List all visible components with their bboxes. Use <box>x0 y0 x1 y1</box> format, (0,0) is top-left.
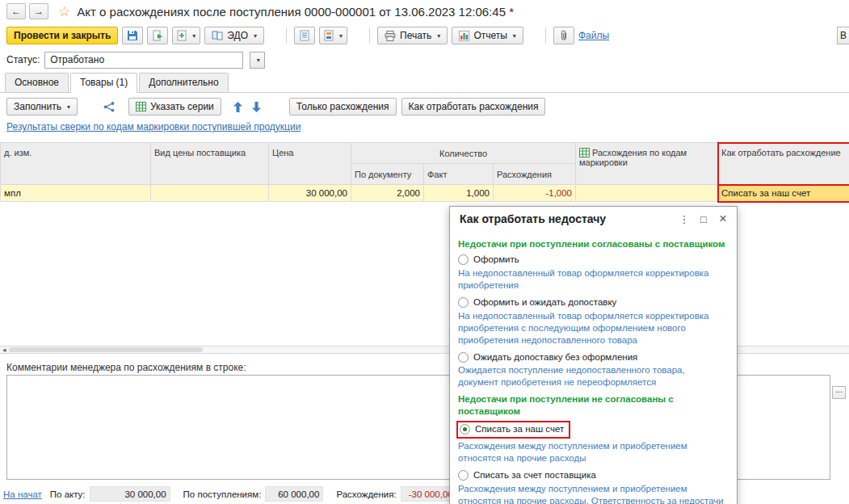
cell-discrepancy[interactable]: -1,000 <box>494 185 576 202</box>
floppy-icon <box>127 30 138 41</box>
document-plus-icon <box>177 30 187 41</box>
arrow-up-icon <box>233 102 242 112</box>
radio-option-write-off-supplier-expense[interactable]: Списать за счет поставщика <box>458 469 727 481</box>
caret-down-icon: ▾ <box>339 32 343 40</box>
document-list-button[interactable] <box>294 27 315 44</box>
only-discrepancies-button[interactable]: Только расхождения <box>289 98 397 116</box>
post-document-icon <box>152 30 163 41</box>
toolbar-separator <box>286 27 287 44</box>
column-header-unit: д. изм. <box>1 143 151 185</box>
annotation-red-box: Списать за наш счет <box>456 421 570 439</box>
cell-price[interactable]: 30 000,00 <box>269 185 351 202</box>
forward-button[interactable]: → <box>29 3 48 19</box>
kebab-menu-icon[interactable]: ⋮ <box>677 213 691 225</box>
cell-by-document[interactable]: 2,000 <box>351 185 424 202</box>
column-header-price-type: Вид цены поставщика <box>151 143 269 185</box>
caret-down-icon: ▾ <box>513 32 516 40</box>
radio-icon[interactable] <box>460 424 470 435</box>
save-button[interactable] <box>122 27 143 44</box>
option-description: Ожидается поступление недопоставленного … <box>458 364 727 388</box>
window-titlebar: ← → ☆ Акт о расхождениях после поступлен… <box>0 0 849 23</box>
comments-label: Комментарии менеджера по расхождениям в … <box>6 362 246 373</box>
reports-button[interactable]: Отчеты ▾ <box>452 27 523 44</box>
post-and-close-button[interactable]: Провести и закрыть <box>6 27 118 44</box>
status-dropdown-button[interactable]: ▾ <box>250 52 265 69</box>
radio-icon[interactable] <box>458 470 469 481</box>
cell-marking[interactable] <box>576 185 718 202</box>
radio-option-wait-without-register[interactable]: Ожидать допоставку без оформления <box>458 351 727 363</box>
edo-button[interactable]: ЭДО ▾ <box>204 27 264 44</box>
dialog-content: Недостачи при поступлении согласованы с … <box>450 231 737 504</box>
tab-goods[interactable]: Товары (1) <box>70 73 137 93</box>
dialog-section-header: Недостачи при поступлении не согласованы… <box>458 393 727 418</box>
option-description: Расхождения между поступлением и приобре… <box>458 440 727 464</box>
back-button[interactable]: ← <box>6 3 26 19</box>
radio-label: Оформить и ожидать допоставку <box>473 296 616 309</box>
specify-series-button[interactable]: Указать серии <box>128 98 221 116</box>
move-row-up-button[interactable] <box>231 102 245 112</box>
paperclip-icon <box>559 30 569 41</box>
by-receipts-value: 60 000,00 <box>265 486 323 502</box>
share-icon <box>103 102 115 112</box>
column-header-marking: Расхождения по кодам маркировки <box>576 143 718 185</box>
tab-main[interactable]: Основное <box>5 73 69 93</box>
column-header-quantity: Количество <box>351 143 576 164</box>
radio-label: Списать за счет поставщика <box>473 469 596 481</box>
dialog-title: Как отработать недостачу <box>460 212 672 225</box>
caret-down-icon: ▾ <box>254 32 257 40</box>
specify-series-label: Указать серии <box>150 101 214 112</box>
fill-button[interactable]: Заполнить ▾ <box>6 98 78 116</box>
radio-icon[interactable] <box>458 297 469 308</box>
colored-document-icon <box>324 30 334 41</box>
comments-more-button[interactable]: ... <box>832 386 846 399</box>
cell-fact[interactable]: 1,000 <box>424 185 494 202</box>
files-link[interactable]: Файлы <box>578 30 609 41</box>
caret-down-icon: ▾ <box>192 32 195 40</box>
dialog-header: Как отработать недостачу ⋮ □ × <box>450 207 737 231</box>
caret-down-icon: ▾ <box>437 32 440 40</box>
column-header-by-document: По документу <box>351 164 424 185</box>
column-header-how-to-process: Как отработать расхождение <box>718 143 849 185</box>
table-row[interactable]: мпл 30 000,00 2,000 1,000 -1,000 Списать… <box>1 185 849 202</box>
move-row-down-button[interactable] <box>250 102 263 112</box>
tab-additional[interactable]: Дополнительно <box>139 73 228 93</box>
edo-exchange-icon <box>212 31 223 40</box>
marking-actions-button[interactable]: ▾ <box>319 27 347 44</box>
more-button-partial[interactable]: В <box>837 27 849 44</box>
by-act-label: По акту: <box>50 489 86 499</box>
radio-label: Ожидать допоставку без оформления <box>473 351 637 363</box>
post-document-button[interactable] <box>147 27 168 44</box>
how-to-process-button[interactable]: Как отработать расхождения <box>401 98 546 116</box>
attachments-button[interactable] <box>553 27 574 44</box>
radio-option-register[interactable]: Оформить <box>458 254 727 266</box>
print-button[interactable]: Печать ▾ <box>377 27 448 44</box>
marking-header-label: Расхождения по кодам маркировки <box>579 148 687 167</box>
series-grid-icon <box>136 102 146 111</box>
print-label: Печать <box>400 30 431 41</box>
toolbar-separator <box>545 27 546 44</box>
close-icon[interactable]: × <box>716 212 730 226</box>
caret-down-icon: ▾ <box>67 103 70 111</box>
main-toolbar: Провести и закрыть ▾ ЭДО ▾ ▾ Печать ▾ От… <box>0 24 849 47</box>
arrow-down-icon <box>252 102 261 112</box>
create-based-on-button[interactable]: ▾ <box>172 27 200 44</box>
radio-option-write-off-our-expense[interactable]: Списать за наш счет <box>458 421 727 439</box>
scroll-left-icon[interactable]: ◂ <box>0 346 9 354</box>
maximize-icon[interactable]: □ <box>696 213 711 225</box>
marking-reconciliation-link[interactable]: Результаты сверки по кодам маркировки по… <box>6 121 301 132</box>
radio-icon[interactable] <box>458 254 469 265</box>
radio-option-register-and-wait[interactable]: Оформить и ожидать допоставку <box>458 296 727 309</box>
option-description: Расхождения между поступлением и приобре… <box>458 483 727 504</box>
status-combobox[interactable]: Отработано <box>44 52 243 69</box>
cell-price-type[interactable] <box>151 185 269 202</box>
goods-table: д. изм. Вид цены поставщика Цена Количес… <box>0 142 849 202</box>
cell-how-to-process[interactable]: Списать за наш счет <box>718 185 849 202</box>
cell-unit[interactable]: мпл <box>1 185 151 202</box>
tab-strip: Основное Товары (1) Дополнительно <box>5 73 229 93</box>
discuss-share-button[interactable] <box>100 102 117 112</box>
scrollbar-thumb[interactable] <box>9 347 203 352</box>
radio-icon[interactable] <box>458 352 469 363</box>
favorite-star-icon[interactable]: ☆ <box>58 3 70 20</box>
to-start-link[interactable]: На начат <box>3 489 42 499</box>
printer-icon <box>385 31 396 41</box>
